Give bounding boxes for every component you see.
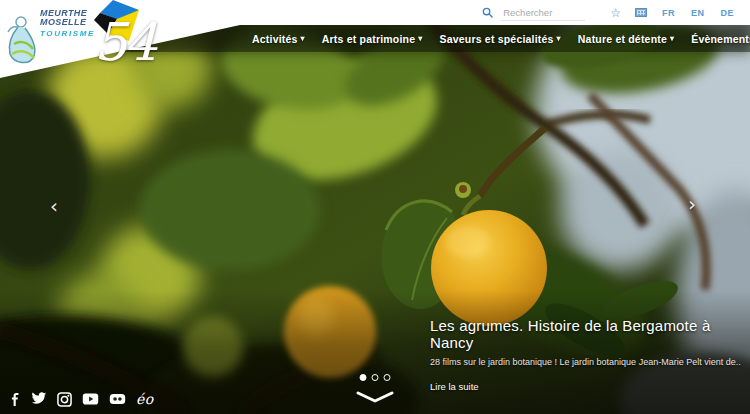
slide-excerpt: 28 films sur le jardin botanique ! Le ja… <box>430 357 742 367</box>
lang-de[interactable]: DE <box>720 8 734 18</box>
flickr-link[interactable] <box>109 392 126 406</box>
carousel-dots <box>360 374 391 381</box>
eo-logo: éo <box>136 391 154 407</box>
logo-wordmark: MEURTHE MOSELLE TOURISME <box>40 9 95 38</box>
chevron-down-icon: ▾ <box>418 34 422 43</box>
carousel-dot[interactable] <box>360 374 367 381</box>
lang-fr[interactable]: FR <box>662 8 675 18</box>
chevron-down-icon: ▾ <box>557 34 561 43</box>
lang-en[interactable]: EN <box>691 8 705 18</box>
instagram-icon <box>57 392 72 407</box>
read-more-link[interactable]: Lire la suite <box>430 381 479 392</box>
twitter-icon <box>31 392 47 406</box>
youtube-icon <box>82 392 99 406</box>
apps-grid-icon[interactable] <box>635 8 647 17</box>
favorites-star-icon[interactable]: ☆ <box>610 7 621 19</box>
logo-sketch-figure-icon <box>4 14 40 68</box>
search-input[interactable] <box>501 5 585 21</box>
scroll-down-icon[interactable] <box>355 390 395 404</box>
carousel-prev-icon[interactable]: ‹ <box>50 196 58 216</box>
department-number: 54 <box>94 16 154 68</box>
youtube-link[interactable] <box>82 392 99 406</box>
nav-item-saveurs-et-specialites[interactable]: Saveurs et spécialités▾ <box>439 33 560 45</box>
nav-item-arts-et-patrimoine[interactable]: Arts et patrimoine▾ <box>322 33 423 45</box>
logo-line-tourisme: TOURISME <box>40 30 95 38</box>
header-tools: ☆ FR EN DE <box>482 0 742 25</box>
twitter-link[interactable] <box>31 392 47 406</box>
nav-item-nature-et-detente[interactable]: Nature et détente▾ <box>578 33 674 45</box>
instagram-link[interactable] <box>57 392 72 407</box>
search-box <box>482 5 585 21</box>
nav-item-activites[interactable]: Activités▾ <box>252 33 305 45</box>
nav-item-evenements-et-fetes[interactable]: Évènements et fêtes▾ <box>691 33 750 45</box>
carousel-dot[interactable] <box>372 374 379 381</box>
flickr-icon <box>109 392 126 406</box>
logo-line-moselle: MOSELLE <box>40 18 95 27</box>
slide-title[interactable]: Les agrumes. Histoire de la Bergamote à … <box>430 317 742 351</box>
chevron-down-icon: ▾ <box>301 34 305 43</box>
carousel-next-icon[interactable]: › <box>688 194 696 214</box>
slide-caption: Les agrumes. Histoire de la Bergamote à … <box>430 317 742 394</box>
carousel-dot[interactable] <box>384 374 391 381</box>
facebook-icon <box>8 392 21 407</box>
search-icon[interactable] <box>482 7 493 18</box>
chevron-down-icon: ▾ <box>670 34 674 43</box>
facebook-link[interactable] <box>8 392 21 407</box>
page: MEURTHE MOSELLE TOURISME 54 ☆ FR EN DE A… <box>0 0 750 414</box>
social-bar: éo <box>8 391 154 407</box>
eo-link[interactable]: éo <box>136 391 154 407</box>
